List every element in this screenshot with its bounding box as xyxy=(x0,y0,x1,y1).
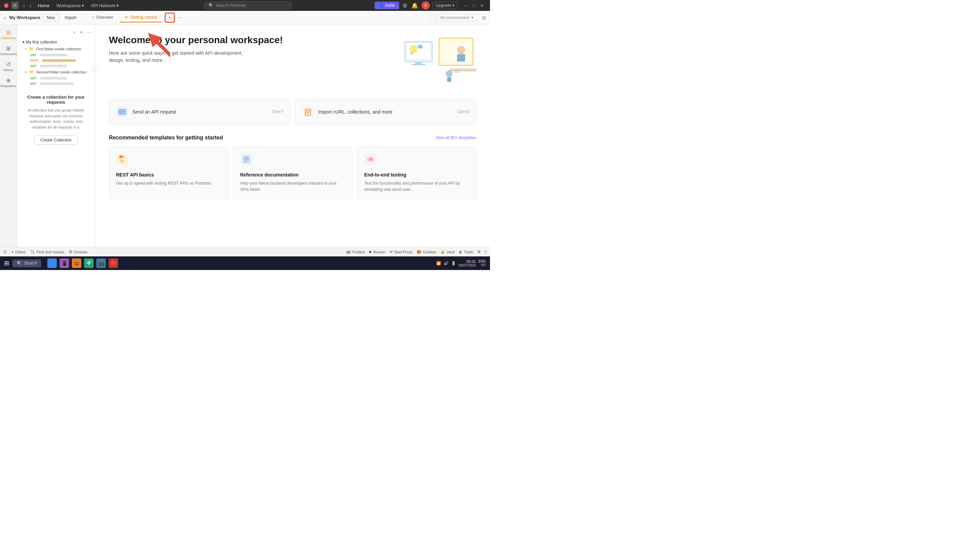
runner-button[interactable]: ▶ Runner xyxy=(369,249,385,254)
illustration-svg: zzz xyxy=(401,35,476,89)
taskbar-app-6[interactable]: 🔴 xyxy=(108,259,118,268)
request-item-4[interactable]: GET xyxy=(20,76,92,81)
panel-header-actions: ＋ ≡ ⋯ xyxy=(71,29,92,36)
more-options-button[interactable]: ⋯ xyxy=(86,29,92,36)
search-bar[interactable]: 🔍 Search Postman xyxy=(204,2,292,10)
vault-button[interactable]: 🔒 Vault xyxy=(440,249,455,254)
collection-item[interactable]: ▾ My first collection ☆ ⋯ ▾ 📁 First fold… xyxy=(17,37,95,88)
taskbar-app-2[interactable]: 📱 xyxy=(60,259,69,268)
traffic-light-red[interactable] xyxy=(4,3,8,8)
trash-button[interactable]: 🗑 Trash xyxy=(459,250,473,254)
welcome-section: Welcome to your personal workspace! Here… xyxy=(109,35,476,89)
settings-button[interactable]: ⚙ xyxy=(402,2,408,10)
console-button[interactable]: ⊞ Console xyxy=(69,249,87,254)
app-icon xyxy=(11,2,19,9)
taskbar-search[interactable]: 🔍 Search xyxy=(13,259,41,267)
taskbar-search-icon: 🔍 xyxy=(17,261,22,266)
add-tab-button[interactable]: + xyxy=(165,13,175,22)
template-card-0[interactable]: REST API basics Get up to speed with tes… xyxy=(109,146,228,200)
taskbar-app-3[interactable]: 🗂 xyxy=(72,259,81,268)
cookies-button[interactable]: 🍪 Cookies xyxy=(417,249,436,254)
upgrade-button[interactable]: Upgrade ▾ xyxy=(433,2,457,9)
tab-getting-started[interactable]: ✦ Getting started xyxy=(120,13,162,22)
expand-panel-button[interactable]: › xyxy=(92,65,99,72)
icon-sidebar: ⊟ Collections ⊞ Environments ↺ History ⊕… xyxy=(0,24,17,247)
search-placeholder: Search Postman xyxy=(216,3,246,8)
sidebar-item-collections[interactable]: ⊟ Collections xyxy=(0,27,17,42)
env-icon: ⛶ xyxy=(434,15,438,20)
getting-started-icon: ✦ xyxy=(124,15,128,20)
environment-selector[interactable]: ⛶ No environment ▾ xyxy=(430,14,477,22)
help-button[interactable]: ? xyxy=(485,250,487,254)
minimize-button[interactable]: ─ xyxy=(463,2,470,9)
method-post-badge-1: POST xyxy=(29,59,40,63)
template-card-1[interactable]: Reference documentation Help your fellow… xyxy=(233,146,353,200)
tab-more-button[interactable]: ⋯ xyxy=(177,14,184,22)
back-button[interactable]: ‹ xyxy=(3,14,7,21)
sidebar-item-history[interactable]: ↺ History xyxy=(0,59,17,74)
request-item-2[interactable]: POST xyxy=(20,58,92,63)
template-cards: REST API basics Get up to speed with tes… xyxy=(109,146,476,200)
invite-button[interactable]: 👤 Invite xyxy=(375,2,399,9)
create-collection-button[interactable]: Create Collection xyxy=(34,135,77,145)
folder-item-2[interactable]: ▾ 📁 Second folder inside collection xyxy=(20,69,92,76)
find-replace-button[interactable]: 🔍 Find and replace xyxy=(30,249,64,254)
sidebar-item-environments[interactable]: ⊞ Environments xyxy=(0,43,17,58)
taskbar-app-4[interactable]: 🌍 xyxy=(84,259,94,268)
request-item-3[interactable]: GET xyxy=(20,63,92,69)
svg-rect-11 xyxy=(441,40,471,60)
taskbar-app-1[interactable]: 🌐 xyxy=(47,259,57,268)
more-icon[interactable]: ⋯ xyxy=(86,40,89,44)
collection-header-left: ▾ My first collection xyxy=(22,40,57,44)
maximize-button[interactable]: □ xyxy=(471,2,477,9)
tab-overview[interactable]: ○ Overview xyxy=(87,13,118,22)
titlebar: ‹ › Home Workspaces ▾ API Network ▾ 🔍 Se… xyxy=(0,0,490,11)
welcome-illustration: zzz xyxy=(401,35,476,89)
request-name-placeholder-5 xyxy=(40,82,74,85)
send-api-label: Send an API request xyxy=(132,109,176,114)
request-item-5[interactable]: GET xyxy=(20,81,92,86)
nav-forward-btn[interactable]: › xyxy=(28,2,33,9)
send-api-request-card[interactable]: Send an API request Ctrl+T xyxy=(109,99,291,124)
taskbar-app-5[interactable]: 💼 xyxy=(96,259,106,268)
clock-date: 08/07/2024 xyxy=(459,264,476,267)
welcome-text: Welcome to your personal workspace! Here… xyxy=(109,35,283,64)
sidebar-toggle-button[interactable]: ⊡ xyxy=(3,249,6,254)
clock-time: 09:31 xyxy=(459,259,476,264)
import-button[interactable]: Import xyxy=(61,14,80,21)
postbot-button[interactable]: 🤖 Postbot xyxy=(346,249,365,254)
request-item-1[interactable]: GET xyxy=(20,52,92,58)
expand-button[interactable]: ⊞ xyxy=(477,249,480,254)
workspaces-menu[interactable]: Workspaces ▾ xyxy=(54,3,86,8)
panel-header: ＋ ≡ ⋯ xyxy=(17,27,95,37)
reference-doc-icon xyxy=(240,153,345,168)
start-button[interactable]: ⊞ xyxy=(4,259,9,267)
clock: 09:31 08/07/2024 xyxy=(459,259,476,267)
new-button[interactable]: New xyxy=(42,14,59,21)
close-button[interactable]: ✕ xyxy=(478,2,486,9)
find-replace-icon: 🔍 xyxy=(30,249,35,254)
view-all-templates-link[interactable]: View all 80+ templates xyxy=(436,135,476,140)
start-proxy-button[interactable]: ⇌ Start Proxy xyxy=(390,249,412,254)
chevron-down-icon: ▾ xyxy=(471,15,473,20)
svg-rect-8 xyxy=(415,62,422,64)
taskbar-apps: 🌐 📱 🗂 🌍 💼 🔴 xyxy=(47,259,118,268)
bottom-bar: ⊡ ● Online 🔍 Find and replace ⊞ Console … xyxy=(0,247,490,256)
add-collection-button[interactable]: ＋ xyxy=(71,29,77,36)
console-icon: ⊞ xyxy=(69,249,72,254)
home-tab[interactable]: Home xyxy=(36,3,52,8)
filter-button[interactable]: ≡ xyxy=(79,29,83,36)
avatar: A xyxy=(422,2,430,10)
titlebar-nav: ‹ › xyxy=(21,2,33,9)
grid-button[interactable]: ⊞ xyxy=(480,14,487,22)
sidebar-item-integrations[interactable]: ⊕ Integrations xyxy=(0,75,17,90)
notifications-button[interactable]: 🔔 xyxy=(411,2,419,10)
api-network-menu[interactable]: API Network ▾ xyxy=(89,3,121,8)
workspace-tabs-bar: ‹ My Workspace New Import ○ Overview ✦ G… xyxy=(0,11,490,24)
svg-rect-9 xyxy=(412,64,425,65)
folder-item-1[interactable]: ▾ 📁 First folder inside collection xyxy=(20,46,92,52)
nav-back-btn[interactable]: ‹ xyxy=(21,2,27,9)
import-card[interactable]: Import cURL, collections, and more Ctrl+… xyxy=(295,99,476,124)
star-icon[interactable]: ☆ xyxy=(81,40,84,44)
template-card-2[interactable]: End-to-end testing Test the functionalit… xyxy=(357,146,476,200)
